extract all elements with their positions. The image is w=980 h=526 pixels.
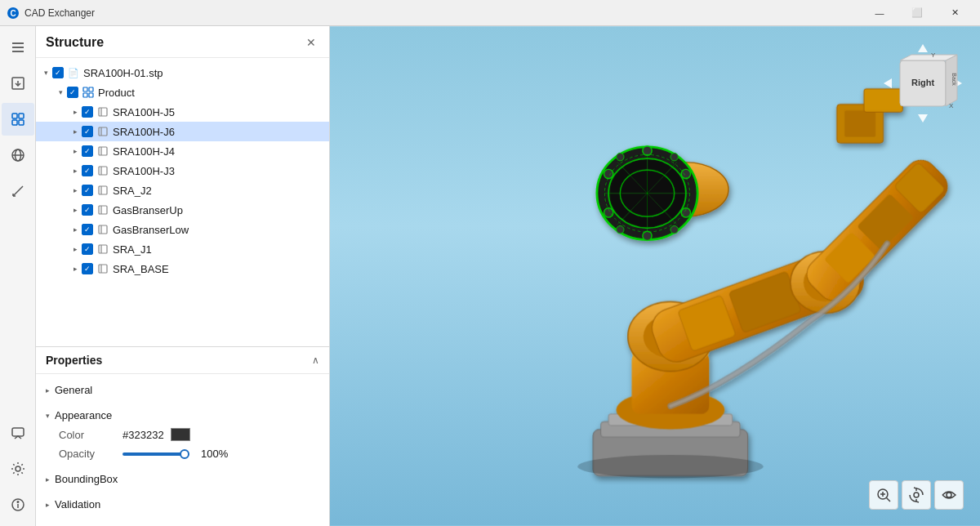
tree-item[interactable]: ▸ SRA100H-J5 bbox=[36, 102, 329, 122]
tree-item[interactable]: ▸ GasBranserLow bbox=[36, 220, 329, 239]
svg-point-74 bbox=[670, 153, 678, 160]
zoom-fit-button[interactable] bbox=[869, 480, 898, 510]
color-value: #323232 bbox=[122, 429, 164, 441]
svg-rect-40 bbox=[99, 245, 107, 253]
menu-button[interactable] bbox=[2, 31, 34, 64]
properties-collapse-icon[interactable]: ∧ bbox=[312, 354, 319, 366]
tree-expand-icon[interactable]: ▸ bbox=[69, 203, 82, 216]
svg-rect-25 bbox=[89, 93, 93, 97]
tree-expand-icon[interactable]: ▸ bbox=[69, 262, 82, 275]
app-icon: C bbox=[7, 7, 20, 20]
svg-point-21 bbox=[17, 501, 19, 503]
tree-checkbox[interactable] bbox=[82, 243, 93, 255]
main-layout: Structure ✕ ▾ 📄 SRA100H-01.stp ▾ Product bbox=[0, 26, 980, 526]
prop-section-header[interactable]: ▾Appearance bbox=[46, 406, 319, 425]
chat-button[interactable] bbox=[2, 417, 34, 449]
tree-checkbox[interactable] bbox=[82, 106, 93, 118]
tree-expand-icon[interactable]: ▸ bbox=[69, 243, 82, 256]
svg-text:Back: Back bbox=[951, 73, 957, 86]
prop-section-header[interactable]: ▸Visualization bbox=[46, 520, 319, 526]
svg-line-14 bbox=[13, 186, 23, 196]
tree-expand-icon[interactable]: ▸ bbox=[69, 105, 82, 118]
info-button[interactable] bbox=[2, 488, 34, 521]
nav-cube[interactable]: Right Back X Y bbox=[882, 42, 964, 124]
tree-checkbox[interactable] bbox=[82, 145, 93, 157]
import-button[interactable] bbox=[2, 67, 34, 100]
tree-item[interactable]: ▾ Product bbox=[36, 82, 329, 102]
prop-section-header[interactable]: ▸BoundingBox bbox=[46, 470, 319, 488]
tree-item-label: SRA100H-J3 bbox=[113, 165, 175, 177]
prop-section-header[interactable]: ▸General bbox=[46, 381, 319, 399]
tree-checkbox[interactable] bbox=[82, 126, 93, 137]
tree-item-label: SRA100H-J5 bbox=[113, 106, 175, 118]
color-swatch[interactable] bbox=[171, 428, 190, 441]
prop-section-header[interactable]: ▸Validation bbox=[46, 495, 319, 514]
opacity-slider[interactable]: 100% bbox=[122, 448, 228, 460]
tree-checkbox[interactable] bbox=[52, 67, 64, 78]
tree-expand-icon[interactable]: ▸ bbox=[69, 223, 82, 236]
section-label: General bbox=[55, 384, 92, 396]
svg-rect-24 bbox=[83, 93, 87, 97]
tree-item-label: GasBranserUp bbox=[113, 204, 183, 216]
svg-rect-36 bbox=[99, 206, 107, 214]
tree-item[interactable]: ▸ SRA100H-J4 bbox=[36, 141, 329, 161]
minimize-button[interactable]: — bbox=[861, 0, 898, 26]
svg-text:Y: Y bbox=[931, 51, 936, 59]
settings-button[interactable] bbox=[2, 452, 34, 485]
tree-item[interactable]: ▸ SRA_J1 bbox=[36, 239, 329, 259]
section-label: BoundingBox bbox=[55, 473, 118, 485]
icon-bar bbox=[0, 26, 36, 526]
properties-header: Properties ∧ bbox=[36, 347, 329, 374]
tree-checkbox[interactable] bbox=[82, 165, 93, 176]
structure-button[interactable] bbox=[2, 103, 34, 136]
tree-checkbox[interactable] bbox=[82, 263, 93, 274]
tree-expand-icon[interactable]: ▸ bbox=[69, 145, 82, 158]
tree-checkbox[interactable] bbox=[82, 224, 93, 235]
tree-item-label: SRA_J2 bbox=[113, 185, 152, 197]
tree-checkbox[interactable] bbox=[82, 185, 93, 196]
orbit-button[interactable] bbox=[902, 480, 931, 510]
svg-rect-32 bbox=[99, 167, 107, 175]
tree-expand-icon[interactable]: ▸ bbox=[69, 164, 82, 177]
tree-checkbox[interactable] bbox=[82, 204, 93, 216]
svg-point-69 bbox=[604, 169, 612, 178]
svg-marker-88 bbox=[884, 78, 892, 88]
tree-expand-icon[interactable]: ▾ bbox=[39, 66, 52, 79]
restore-button[interactable]: ⬜ bbox=[898, 0, 936, 26]
svg-rect-30 bbox=[99, 147, 107, 155]
tree-expand-icon[interactable]: ▸ bbox=[69, 125, 82, 138]
svg-rect-17 bbox=[12, 428, 24, 436]
prop-row: Opacity 100% bbox=[46, 444, 319, 463]
tree-item[interactable]: ▸ SRA_BASE bbox=[36, 259, 329, 279]
tree-item-label: SRA100H-J6 bbox=[113, 126, 175, 138]
close-button[interactable]: ✕ bbox=[936, 0, 973, 26]
tree-item[interactable]: ▾ 📄 SRA100H-01.stp bbox=[36, 63, 329, 82]
part-icon bbox=[96, 184, 109, 197]
part-icon bbox=[96, 105, 109, 118]
svg-rect-23 bbox=[89, 87, 93, 91]
window-controls: — ⬜ ✕ bbox=[861, 0, 973, 26]
opacity-track[interactable] bbox=[122, 452, 188, 456]
tree-checkbox[interactable] bbox=[67, 87, 78, 98]
svg-rect-22 bbox=[83, 87, 87, 91]
opacity-thumb[interactable] bbox=[180, 449, 189, 459]
svg-text:X: X bbox=[949, 102, 954, 109]
tree-expand-icon[interactable]: ▾ bbox=[54, 86, 67, 99]
structure-close-button[interactable]: ✕ bbox=[303, 34, 319, 51]
globe-button[interactable] bbox=[2, 139, 34, 172]
svg-point-70 bbox=[681, 169, 690, 178]
viewport-toolbar bbox=[869, 480, 964, 510]
tree-item-label: SRA100H-J4 bbox=[113, 145, 175, 158]
expand-arrow-icon: ▸ bbox=[46, 501, 50, 509]
tree-item[interactable]: ▸ SRA_J2 bbox=[36, 181, 329, 200]
tree-expand-icon[interactable]: ▸ bbox=[69, 184, 82, 197]
tree-item[interactable]: ▸ SRA100H-J3 bbox=[36, 161, 329, 181]
structure-panel: Structure ✕ ▾ 📄 SRA100H-01.stp ▾ Product bbox=[36, 26, 329, 346]
eye-button[interactable] bbox=[934, 480, 964, 510]
prop-section: ▸General bbox=[36, 377, 329, 403]
measure-button[interactable] bbox=[2, 175, 34, 207]
tree-item[interactable]: ▸ SRA100H-J6 bbox=[36, 122, 329, 141]
structure-title: Structure bbox=[46, 35, 104, 50]
tree-item[interactable]: ▸ GasBranserUp bbox=[36, 200, 329, 220]
tree-view[interactable]: ▾ 📄 SRA100H-01.stp ▾ Product ▸ bbox=[36, 58, 329, 346]
